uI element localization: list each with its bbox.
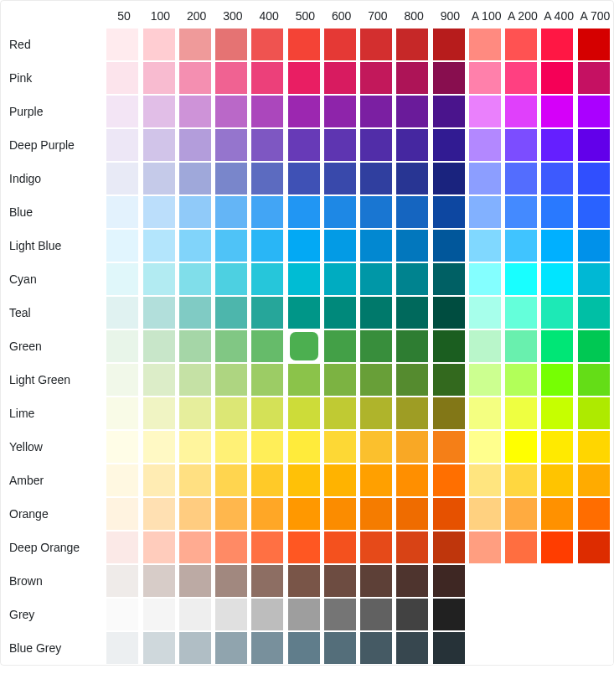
swatch-cell[interactable] [214,397,250,430]
color-swatch[interactable] [323,61,357,95]
color-swatch[interactable] [359,128,393,162]
swatch-cell[interactable] [106,430,142,464]
color-swatch[interactable] [432,598,466,631]
swatch-cell[interactable] [432,28,468,61]
color-swatch[interactable] [214,195,248,229]
color-swatch[interactable] [142,631,176,665]
swatch-cell[interactable] [432,397,468,430]
color-swatch[interactable] [432,229,466,262]
swatch-cell[interactable] [577,28,613,61]
swatch-cell[interactable] [540,363,576,397]
color-swatch[interactable] [395,329,429,363]
color-swatch[interactable] [540,397,574,430]
swatch-cell[interactable] [142,598,178,631]
color-swatch[interactable] [540,296,574,329]
swatch-cell[interactable] [432,296,468,329]
swatch-cell[interactable] [577,195,613,229]
color-swatch[interactable] [468,95,502,128]
swatch-cell[interactable] [178,229,214,262]
color-swatch[interactable] [106,397,139,430]
color-swatch[interactable] [359,329,393,363]
swatch-cell[interactable] [504,430,540,464]
swatch-cell[interactable] [395,262,431,296]
color-swatch[interactable] [287,28,321,61]
color-swatch[interactable] [359,95,393,128]
color-swatch[interactable] [106,95,139,128]
color-swatch[interactable] [359,631,393,665]
swatch-cell[interactable] [359,95,395,128]
color-swatch[interactable] [577,430,611,464]
swatch-cell[interactable] [250,195,286,229]
color-swatch[interactable] [106,598,139,631]
swatch-cell[interactable] [323,631,359,665]
color-swatch[interactable] [178,430,212,464]
swatch-cell[interactable] [214,329,250,363]
swatch-cell[interactable] [577,61,613,95]
color-swatch[interactable] [142,430,176,464]
color-swatch[interactable] [468,329,502,363]
swatch-cell[interactable] [106,631,142,665]
color-swatch[interactable] [178,564,212,598]
color-swatch[interactable] [178,329,212,363]
color-swatch[interactable] [106,162,139,195]
color-swatch[interactable] [577,497,611,531]
color-swatch[interactable] [178,497,212,531]
swatch-cell[interactable] [432,363,468,397]
color-swatch[interactable] [577,28,611,61]
swatch-cell[interactable] [214,162,250,195]
color-swatch[interactable] [323,162,357,195]
color-swatch[interactable] [178,128,212,162]
swatch-cell[interactable] [287,564,323,598]
color-swatch[interactable] [432,564,466,598]
swatch-cell[interactable] [287,28,323,61]
swatch-cell[interactable] [287,397,323,430]
color-swatch[interactable] [395,430,429,464]
color-swatch[interactable] [395,564,429,598]
color-swatch[interactable] [178,61,212,95]
color-swatch[interactable] [323,128,357,162]
color-swatch[interactable] [214,564,248,598]
color-swatch[interactable] [395,464,429,497]
swatch-cell[interactable] [214,363,250,397]
swatch-cell[interactable] [577,430,613,464]
color-swatch[interactable] [432,363,466,397]
color-swatch[interactable] [359,61,393,95]
color-swatch[interactable] [577,162,611,195]
swatch-cell[interactable] [106,229,142,262]
color-swatch[interactable] [106,128,139,162]
color-swatch[interactable] [323,598,357,631]
swatch-cell[interactable] [214,61,250,95]
swatch-cell[interactable] [540,61,576,95]
color-swatch[interactable] [250,531,284,564]
color-swatch[interactable] [250,363,284,397]
color-swatch[interactable] [577,95,611,128]
color-swatch[interactable] [359,229,393,262]
swatch-cell[interactable] [540,128,576,162]
color-swatch[interactable] [250,61,284,95]
swatch-cell[interactable] [395,531,431,564]
color-swatch[interactable] [540,195,574,229]
swatch-cell[interactable] [323,564,359,598]
color-swatch[interactable] [359,464,393,497]
swatch-cell[interactable] [142,497,178,531]
color-swatch[interactable] [395,162,429,195]
swatch-cell[interactable] [504,61,540,95]
color-swatch[interactable] [540,61,574,95]
swatch-cell[interactable] [323,598,359,631]
swatch-cell[interactable] [540,464,576,497]
color-swatch[interactable] [504,229,538,262]
swatch-cell[interactable] [142,329,178,363]
swatch-cell[interactable] [432,598,468,631]
swatch-cell[interactable] [106,598,142,631]
swatch-cell[interactable] [323,195,359,229]
color-swatch[interactable] [359,28,393,61]
color-swatch[interactable] [323,262,357,296]
swatch-cell[interactable] [359,564,395,598]
swatch-cell[interactable] [214,128,250,162]
swatch-cell[interactable] [432,329,468,363]
swatch-cell[interactable] [504,464,540,497]
swatch-cell[interactable] [323,28,359,61]
color-swatch[interactable] [214,464,248,497]
swatch-cell[interactable] [106,397,142,430]
swatch-cell[interactable] [468,162,504,195]
